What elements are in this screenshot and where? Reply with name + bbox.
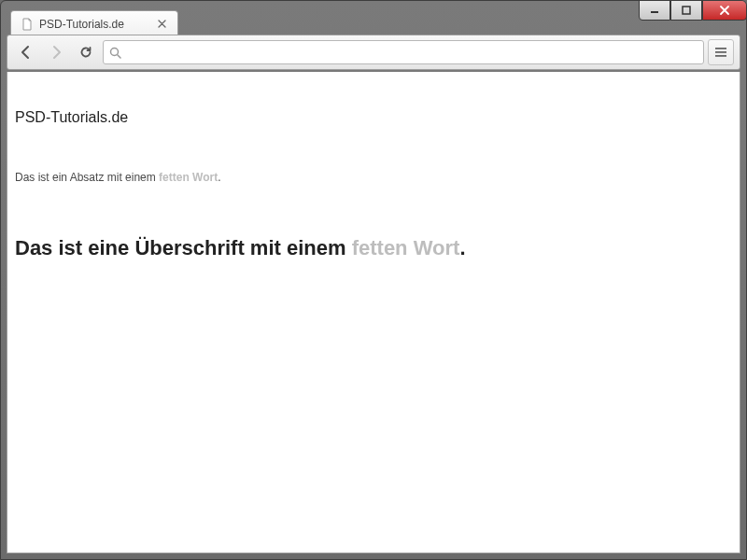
tab-title: PSD-Tutorials.de <box>39 18 149 31</box>
heading-bold-word: fetten Wort <box>352 236 460 259</box>
window-close-button[interactable] <box>702 0 747 21</box>
page-viewport: PSD-Tutorials.de Das ist ein Absatz mit … <box>7 72 740 553</box>
address-input[interactable] <box>127 46 698 60</box>
reload-button[interactable] <box>73 39 99 65</box>
minimize-icon <box>650 6 659 15</box>
arrow-right-icon <box>49 45 63 60</box>
browser-window: PSD-Tutorials.de PSD-Tutorials.de <box>0 0 747 560</box>
svg-rect-3 <box>715 48 726 49</box>
close-icon <box>158 20 166 28</box>
heading: Das ist eine Überschrift mit einem fette… <box>15 236 732 260</box>
page-title: PSD-Tutorials.de <box>15 109 732 126</box>
search-icon <box>109 47 121 59</box>
close-icon <box>719 5 730 16</box>
browser-toolbar <box>7 35 740 70</box>
window-titlebar[interactable]: PSD-Tutorials.de <box>1 1 746 27</box>
address-bar[interactable] <box>103 40 704 64</box>
reload-icon <box>78 45 93 60</box>
page-icon <box>21 18 34 31</box>
paragraph-text-before: Das ist ein Absatz mit einem <box>15 171 159 184</box>
window-minimize-button[interactable] <box>639 0 670 21</box>
paragraph-bold-word: fetten Wort <box>159 171 218 184</box>
window-controls <box>639 0 747 21</box>
forward-button[interactable] <box>43 39 69 65</box>
tab-close-button[interactable] <box>155 18 168 31</box>
window-maximize-button[interactable] <box>670 0 702 21</box>
back-button[interactable] <box>13 39 39 65</box>
tab-strip: PSD-Tutorials.de <box>10 8 178 36</box>
maximize-icon <box>682 6 691 15</box>
svg-rect-5 <box>715 55 726 57</box>
heading-text-before: Das ist eine Überschrift mit einem <box>15 236 352 259</box>
page-content: PSD-Tutorials.de Das ist ein Absatz mit … <box>7 72 740 266</box>
hamburger-icon <box>714 47 727 58</box>
heading-text-after: . <box>459 236 465 259</box>
svg-rect-1 <box>683 7 690 14</box>
tab-active[interactable]: PSD-Tutorials.de <box>10 10 178 36</box>
svg-rect-0 <box>651 11 658 13</box>
svg-rect-4 <box>715 51 726 53</box>
paragraph-text-after: . <box>218 171 220 184</box>
menu-button[interactable] <box>708 39 734 65</box>
arrow-left-icon <box>19 45 34 60</box>
paragraph: Das ist ein Absatz mit einem fetten Wort… <box>15 171 732 184</box>
svg-point-2 <box>111 48 119 55</box>
